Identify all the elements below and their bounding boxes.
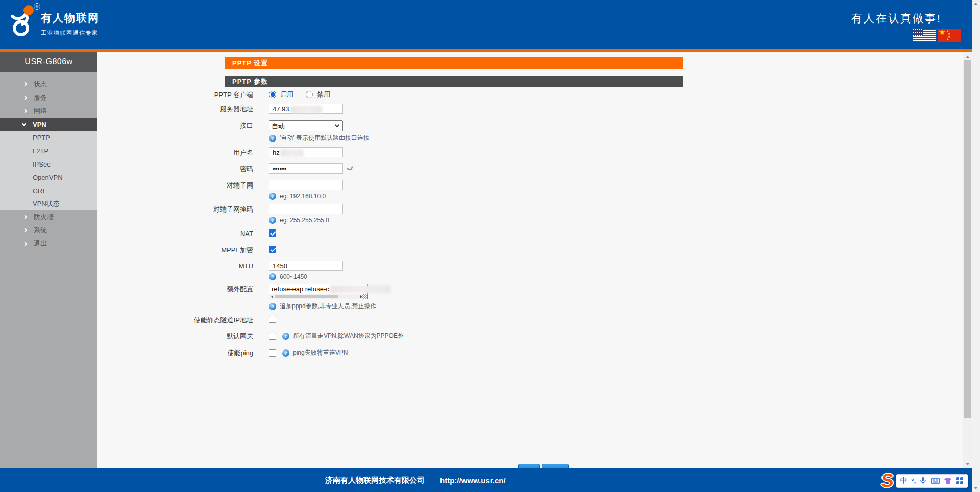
- device-name: USR-G806w: [0, 52, 97, 72]
- form-row-peer-subnet: 对端子网 eg: 192.168.10.0: [97, 180, 972, 200]
- chevron-right-icon: [23, 242, 27, 246]
- form-row-nat: NAT: [97, 229, 972, 239]
- field-label: 使能ping: [97, 348, 261, 358]
- form-row-mtu: MTU 600~1450: [97, 261, 972, 280]
- header-slogan: 有人在认真做事!: [851, 11, 942, 26]
- interface-select[interactable]: 自动: [269, 120, 343, 131]
- scroll-up-arrow-icon[interactable]: [974, 3, 978, 5]
- ime-toolbar: S 中 °,: [881, 471, 968, 491]
- hint-text: '自动' 表示使用默认路由接口连接: [280, 134, 370, 143]
- sidebar-item-firewall[interactable]: 防火墙: [0, 210, 97, 224]
- header-accent-bar: [0, 49, 972, 52]
- scroll-down-arrow-icon[interactable]: [966, 463, 970, 465]
- enable-ping-checkbox[interactable]: [269, 349, 276, 357]
- scroll-down-arrow-icon[interactable]: [974, 487, 978, 489]
- field-label: MPPE加密: [97, 246, 261, 255]
- page-scrollbar[interactable]: [963, 52, 972, 468]
- sidebar-item-logout[interactable]: 退出: [0, 237, 97, 250]
- enable-radio[interactable]: [269, 91, 276, 98]
- extra-config-textarea[interactable]: refuse-eap refuse-c: [269, 284, 368, 299]
- enable-radio-label: 启用: [280, 90, 293, 99]
- field-label: 服务器地址: [97, 104, 261, 115]
- mppe-checkbox[interactable]: [269, 246, 276, 253]
- sidebar-item-openvpn[interactable]: OpenVPN: [0, 171, 97, 184]
- hscroll-thumb[interactable]: [275, 295, 338, 298]
- form-row-server-address: 服务器地址: [97, 104, 972, 115]
- sidebar: USR-G806w 状态 服务 网络 VPN PPTP L2TP IPSec: [0, 52, 97, 468]
- form-row-extra-config: 额外配置 refuse-eap refuse-c: [97, 284, 972, 311]
- sidebar-item-vpn[interactable]: VPN: [0, 118, 97, 131]
- password-input[interactable]: [269, 163, 343, 174]
- ime-language-toggle[interactable]: 中: [900, 476, 907, 485]
- registered-trademark-icon: ®: [34, 3, 40, 10]
- field-label: 对端子网掩码: [97, 204, 261, 215]
- field-label: 密码: [97, 163, 261, 175]
- us-flag-icon[interactable]: [913, 29, 936, 42]
- disable-radio[interactable]: [306, 91, 313, 98]
- sidebar-item-services[interactable]: 服务: [0, 91, 97, 104]
- screen: ® 有人物联网 工业物联网通信专家 有人在认真做事! ★ ★ ★ ★ ★ USR…: [0, 0, 980, 492]
- sidebar-item-ipsec[interactable]: IPSec: [0, 157, 97, 171]
- field-label: 额外配置: [97, 284, 261, 295]
- field-label: 使能静态隧道IP地址: [97, 316, 261, 325]
- sidebar-item-label: 退出: [34, 239, 47, 248]
- microphone-icon[interactable]: [920, 477, 926, 485]
- field-label: 默认网关: [97, 332, 261, 341]
- sidebar-item-pptp[interactable]: PPTP: [0, 131, 97, 144]
- chevron-right-icon: [23, 215, 27, 219]
- refresh-password-icon[interactable]: [346, 164, 354, 173]
- scrollbar-thumb[interactable]: [964, 60, 971, 418]
- pptp-form: PPTP 客户端 启用 禁用 服务器地址 接口: [97, 90, 972, 358]
- nat-checkbox[interactable]: [269, 229, 276, 237]
- sidebar-item-label: 防火墙: [34, 213, 54, 222]
- brand-title: 有人物联网: [41, 11, 100, 25]
- peer-netmask-input[interactable]: [269, 204, 343, 214]
- hint-text: eg: 192.168.10.0: [280, 193, 326, 200]
- chevron-right-icon: [23, 109, 27, 113]
- scroll-left-arrow-icon[interactable]: [271, 295, 273, 298]
- chevron-down-icon: [22, 121, 26, 125]
- chevron-right-icon: [23, 228, 27, 232]
- toolbox-grid-icon[interactable]: [956, 477, 963, 484]
- window-scrollbar[interactable]: [972, 0, 980, 492]
- scroll-up-arrow-icon[interactable]: [966, 56, 970, 58]
- help-icon: [282, 349, 289, 357]
- sidebar-item-network[interactable]: 网络: [0, 104, 97, 118]
- form-row-username: 用户名: [97, 147, 972, 158]
- app-header: ® 有人物联网 工业物联网通信专家 有人在认真做事! ★ ★ ★ ★ ★: [0, 0, 980, 49]
- section-title: PPTP 参数: [225, 76, 683, 87]
- keyboard-icon[interactable]: [931, 478, 940, 484]
- static-tunnel-ip-checkbox[interactable]: [269, 316, 276, 323]
- ime-punctuation-toggle[interactable]: °,: [911, 477, 916, 485]
- ime-bar: 中 °,: [896, 474, 968, 488]
- sidebar-item-gre[interactable]: GRE: [0, 184, 97, 197]
- footer: 济南有人物联网技术有限公司 http://www.usr.cn/: [0, 468, 972, 492]
- peer-subnet-input[interactable]: [269, 180, 343, 190]
- help-icon: [269, 303, 276, 310]
- textarea-hscrollbar[interactable]: [270, 294, 368, 299]
- field-label: 接口: [97, 120, 261, 131]
- sidebar-item-label: 网络: [34, 106, 47, 115]
- page-title: PPTP 设置: [225, 57, 683, 69]
- sidebar-item-vpn-status[interactable]: VPN状态: [0, 197, 97, 210]
- skin-shirt-icon[interactable]: [944, 477, 952, 485]
- field-label: NAT: [97, 229, 261, 239]
- field-label: 对端子网: [97, 180, 261, 191]
- hint-text: ping失败将重连VPN: [293, 348, 348, 357]
- language-flags: ★ ★ ★ ★ ★: [913, 29, 961, 42]
- cn-flag-icon[interactable]: ★ ★ ★ ★ ★: [938, 29, 961, 42]
- footer-url[interactable]: http://www.usr.cn/: [440, 476, 506, 485]
- sidebar-item-l2tp[interactable]: L2TP: [0, 144, 97, 157]
- sidebar-item-system[interactable]: 系统: [0, 224, 97, 237]
- resize-grip-icon[interactable]: [362, 294, 368, 299]
- help-icon: [269, 135, 276, 142]
- footer-company: 济南有人物联网技术有限公司: [325, 476, 425, 485]
- mtu-input[interactable]: [269, 261, 343, 271]
- sidebar-item-status[interactable]: 状态: [0, 78, 97, 91]
- help-icon: [269, 217, 276, 224]
- sogou-logo-icon[interactable]: S: [880, 470, 895, 491]
- brand-subtitle: 工业物联网通信专家: [41, 29, 100, 37]
- form-row-mppe: MPPE加密: [97, 246, 972, 255]
- sidebar-item-label: 状态: [34, 80, 47, 89]
- default-gateway-checkbox[interactable]: [269, 333, 276, 340]
